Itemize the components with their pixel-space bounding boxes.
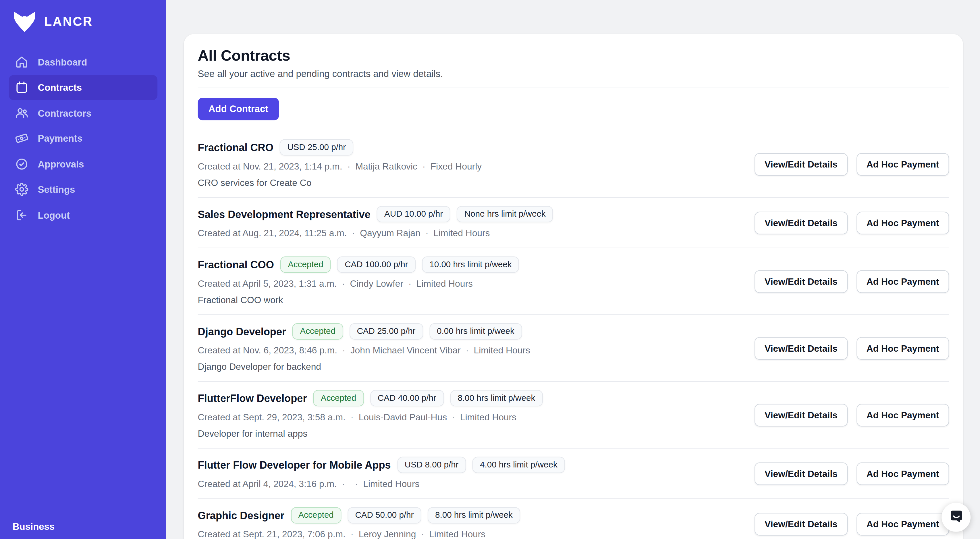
contract-row: Fractional COO Accepted CAD 100.00 p/hr … (198, 248, 949, 315)
contract-title: Fractional CRO (198, 140, 274, 155)
page-subtitle: See all your active and pending contract… (198, 68, 949, 79)
ad-hoc-payment-button[interactable]: Ad Hoc Payment (856, 270, 949, 293)
separator-dot: · (350, 411, 353, 424)
contract-row: Graphic Designer Accepted CAD 50.00 p/hr… (198, 499, 949, 539)
sidebar-item-settings[interactable]: Settings (9, 177, 158, 202)
contract-title: Fractional COO (198, 257, 274, 273)
contract-type: Limited Hours (417, 277, 473, 290)
sidebar-item-contractors[interactable]: Contractors (9, 100, 158, 126)
status-badge: Accepted (293, 323, 343, 340)
calendar-icon (15, 81, 29, 94)
sidebar-item-payments[interactable]: Payments (9, 126, 158, 151)
hours-limit-badge: 8.00 hrs limit p/week (450, 390, 542, 406)
contract-meta: Created at April 4, 2024, 3:16 p.m. · · … (198, 477, 740, 490)
contract-meta: Created at Aug. 21, 2024, 11:25 a.m. · Q… (198, 227, 740, 239)
separator-dot: · (409, 277, 412, 290)
users-icon (15, 106, 29, 120)
sidebar: LANCR Dashboard Contracts Contractors Pa… (0, 0, 166, 539)
contract-description: Django Developer for backend (198, 360, 740, 373)
hours-limit-badge: None hrs limit p/week (457, 206, 553, 222)
contract-type: Limited Hours (429, 528, 485, 539)
contract-meta: Created at Sept. 21, 2023, 7:06 p.m. · L… (198, 528, 740, 539)
sidebar-item-contracts[interactable]: Contracts (9, 75, 158, 100)
created-at: Created at April 5, 2023, 1:31 a.m. (198, 277, 337, 290)
rate-badge: CAD 25.00 p/hr (349, 323, 423, 340)
contract-row: Flutter Flow Developer for Mobile Apps U… (198, 448, 949, 499)
contract-row: Django Developer Accepted CAD 25.00 p/hr… (198, 315, 949, 381)
rate-badge: CAD 100.00 p/hr (337, 256, 415, 273)
app-window: LANCR Dashboard Contracts Contractors Pa… (0, 0, 980, 539)
contractor-name: Matija Ratkovic (355, 160, 417, 173)
view-edit-details-button[interactable]: View/Edit Details (754, 153, 848, 175)
created-at: Created at April 4, 2024, 3:16 p.m. (198, 477, 337, 490)
sidebar-item-approvals[interactable]: Approvals (9, 151, 158, 177)
contract-type: Limited Hours (363, 477, 419, 490)
gear-icon (15, 183, 29, 196)
contract-meta: Created at Nov. 21, 2023, 1:14 p.m. · Ma… (198, 160, 740, 173)
separator-dot: · (342, 344, 345, 357)
chat-launcher-button[interactable] (942, 503, 970, 532)
contract-title: Sales Development Representative (198, 207, 371, 222)
contract-row: Sales Development Representative AUD 10.… (198, 198, 949, 248)
hours-limit-badge: 10.00 hrs limit p/week (422, 256, 519, 273)
view-edit-details-button[interactable]: View/Edit Details (754, 513, 848, 535)
contract-description: CRO services for Create Co (198, 176, 740, 189)
contract-meta: Created at Nov. 6, 2023, 8:46 p.m. · Joh… (198, 344, 740, 357)
sidebar-item-dashboard[interactable]: Dashboard (9, 49, 158, 75)
sidebar-item-logout[interactable]: Logout (9, 202, 158, 228)
home-icon (15, 55, 29, 69)
contract-title: Graphic Designer (198, 508, 285, 523)
created-at: Created at Aug. 21, 2024, 11:25 a.m. (198, 227, 347, 239)
separator-dot: · (352, 227, 355, 239)
page-header: All Contracts See all your active and pe… (184, 34, 963, 87)
view-edit-details-button[interactable]: View/Edit Details (754, 212, 848, 234)
hours-limit-badge: 8.00 hrs limit p/week (428, 507, 520, 523)
separator-dot: · (350, 528, 353, 539)
contract-description: Developer for internal apps (198, 427, 740, 440)
hours-limit-badge: 4.00 hrs limit p/week (473, 457, 565, 473)
ad-hoc-payment-button[interactable]: Ad Hoc Payment (856, 337, 949, 359)
contractor-name: Louis-David Paul-Hus (359, 411, 447, 424)
banknote-icon (15, 132, 29, 145)
contract-title: Flutter Flow Developer for Mobile Apps (198, 458, 391, 473)
contract-row: FlutterFlow Developer Accepted CAD 40.00… (198, 382, 949, 448)
contract-meta: Created at Sept. 29, 2023, 3:58 a.m. · L… (198, 411, 740, 424)
contract-description: Fractional COO work (198, 293, 740, 306)
view-edit-details-button[interactable]: View/Edit Details (754, 270, 848, 293)
status-badge: Accepted (313, 390, 364, 406)
ad-hoc-payment-button[interactable]: Ad Hoc Payment (856, 403, 949, 426)
ad-hoc-payment-button[interactable]: Ad Hoc Payment (856, 462, 949, 485)
separator-dot: · (355, 477, 358, 490)
rate-badge: USD 25.00 p/hr (280, 139, 353, 156)
contract-type: Limited Hours (460, 411, 516, 424)
view-edit-details-button[interactable]: View/Edit Details (754, 337, 848, 359)
status-badge: Accepted (291, 507, 341, 523)
add-contract-button[interactable]: Add Contract (198, 98, 279, 120)
separator-dot: · (452, 411, 455, 424)
separator-dot: · (423, 160, 426, 173)
brand-name: LANCR (44, 14, 93, 29)
contractor-name: Cindy Lowfer (350, 277, 404, 290)
ad-hoc-payment-button[interactable]: Ad Hoc Payment (856, 513, 949, 535)
created-at: Created at Sept. 21, 2023, 7:06 p.m. (198, 528, 345, 539)
workspace-label: Business (0, 521, 166, 539)
brand-logo: LANCR (0, 0, 166, 35)
created-at: Created at Nov. 6, 2023, 8:46 p.m. (198, 344, 337, 357)
rate-badge: CAD 50.00 p/hr (348, 507, 422, 523)
rate-badge: USD 8.00 p/hr (397, 457, 466, 473)
actions-bar: Add Contract (184, 88, 963, 131)
ad-hoc-payment-button[interactable]: Ad Hoc Payment (856, 212, 949, 234)
separator-dot: · (342, 477, 345, 490)
chat-bubble-icon (948, 508, 964, 526)
created-at: Created at Sept. 29, 2023, 3:58 a.m. (198, 411, 345, 424)
view-edit-details-button[interactable]: View/Edit Details (754, 403, 848, 426)
contract-row: Fractional CRO USD 25.00 p/hr Created at… (198, 131, 949, 198)
contract-list: Fractional CRO USD 25.00 p/hr Created at… (198, 131, 949, 539)
separator-dot: · (347, 160, 350, 173)
separator-dot: · (421, 528, 424, 539)
ad-hoc-payment-button[interactable]: Ad Hoc Payment (856, 153, 949, 175)
contract-type: Limited Hours (433, 227, 490, 239)
check-circle-icon (15, 158, 29, 171)
contract-type: Limited Hours (474, 344, 530, 357)
view-edit-details-button[interactable]: View/Edit Details (754, 462, 848, 485)
